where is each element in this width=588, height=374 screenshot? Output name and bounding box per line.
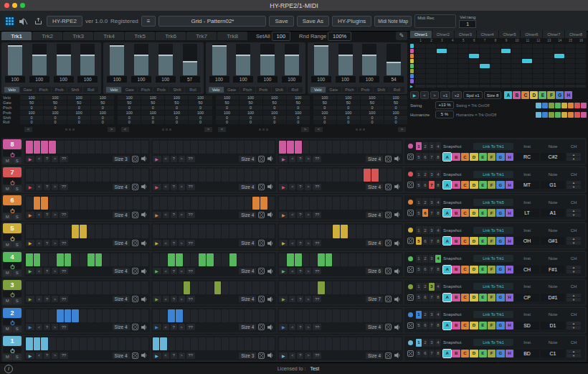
pattern-letter-a[interactable]: A xyxy=(504,91,512,99)
speaker-icon[interactable] xyxy=(267,240,275,246)
step-cell[interactable] xyxy=(87,281,95,294)
snapshot-letter-e[interactable]: E xyxy=(479,153,487,161)
step-cell[interactable] xyxy=(87,253,95,266)
step-cell[interactable] xyxy=(394,197,402,210)
param-tab-velo[interactable]: Velo xyxy=(4,87,19,93)
step-cell[interactable] xyxy=(110,169,118,182)
chain-cell[interactable] xyxy=(447,64,457,68)
swing-toggle-trk2[interactable] xyxy=(542,103,548,108)
chain-cell[interactable] xyxy=(426,74,436,78)
swing-toggle-trk1[interactable] xyxy=(536,103,541,108)
snapshot-letter-a[interactable]: A xyxy=(443,266,451,274)
lane-shift-right-button[interactable]: > xyxy=(52,268,58,274)
dice-icon[interactable] xyxy=(257,156,265,162)
speaker-icon[interactable] xyxy=(394,240,402,246)
step-cell[interactable] xyxy=(199,141,206,154)
page-left-button[interactable]: < xyxy=(315,127,323,132)
step-cell[interactable] xyxy=(49,141,56,154)
speaker-icon[interactable] xyxy=(141,324,148,330)
humanize-value[interactable]: 5 % xyxy=(435,111,454,118)
step-cell[interactable] xyxy=(268,197,275,210)
lane-random-button[interactable]: ? xyxy=(171,296,177,302)
lane-play-button[interactable]: ▶ xyxy=(279,296,288,302)
param-value-cell[interactable]: 50 xyxy=(263,100,286,105)
speaker-icon[interactable] xyxy=(267,212,275,218)
step-cell[interactable] xyxy=(191,225,198,238)
param-value-cell[interactable]: 0 xyxy=(361,120,384,124)
param-value-cell[interactable]: 100 xyxy=(361,111,384,115)
step-cell[interactable] xyxy=(287,169,294,182)
track-tab-trk7[interactable]: Trk7 xyxy=(186,32,217,40)
param-value-cell[interactable]: 0 xyxy=(361,106,384,110)
step-cell[interactable] xyxy=(318,253,325,266)
param-value-cell[interactable]: 100 xyxy=(20,111,43,115)
snapshot-letter-c[interactable]: C xyxy=(461,209,469,217)
lane-size-selector[interactable]: Size 4 xyxy=(239,212,256,218)
chain-cell[interactable] xyxy=(458,79,468,83)
step-cell[interactable] xyxy=(245,253,252,266)
dice-icon[interactable] xyxy=(257,296,265,302)
snapshot-letter-b[interactable]: B xyxy=(452,237,460,245)
close-button[interactable] xyxy=(4,3,9,8)
track-tab-trk5[interactable]: Trk5 xyxy=(125,32,155,40)
step-cell[interactable] xyxy=(371,169,379,182)
snapshot-letter-d[interactable]: D xyxy=(470,266,478,274)
step-cell[interactable] xyxy=(191,337,198,350)
lane-play-button[interactable]: ▶ xyxy=(26,296,34,302)
dice-icon[interactable] xyxy=(384,212,392,218)
step-cell[interactable] xyxy=(379,309,387,322)
step-cell[interactable] xyxy=(326,197,333,210)
lane-random-all-button[interactable]: ?? xyxy=(60,240,68,246)
pattern-slot-4[interactable]: 4 xyxy=(435,311,441,319)
dice-icon[interactable] xyxy=(257,184,265,190)
page-left-button[interactable]: < xyxy=(218,127,226,132)
lane-shift-right-button[interactable]: > xyxy=(52,184,58,190)
param-value-cell[interactable]: 0 xyxy=(313,116,336,120)
track-8-mute-button[interactable]: M xyxy=(3,157,12,164)
lane-random-button[interactable]: ? xyxy=(44,156,50,162)
snapshot-letter-c[interactable]: C xyxy=(461,181,469,189)
step-cell[interactable] xyxy=(237,337,245,350)
step-cell[interactable] xyxy=(394,281,402,294)
pattern-slot-1[interactable]: 1 xyxy=(416,226,422,234)
step-cell[interactable] xyxy=(260,197,267,210)
chain-cell[interactable] xyxy=(576,44,586,48)
step-cell[interactable] xyxy=(341,337,348,350)
param-value-cell[interactable]: 50 xyxy=(287,100,310,105)
snapshot-letter-h[interactable]: H xyxy=(506,322,513,329)
chain-position-cell[interactable] xyxy=(480,85,490,88)
step-cell[interactable] xyxy=(371,337,379,350)
lane-size-selector[interactable]: Size 4 xyxy=(113,352,130,359)
page-right-button[interactable]: > xyxy=(108,127,115,132)
velocity-fader[interactable] xyxy=(236,44,250,75)
step-cell[interactable] xyxy=(103,281,110,294)
pattern-slot-2[interactable]: 2 xyxy=(422,339,428,347)
dice-icon[interactable] xyxy=(407,350,414,357)
step-cell[interactable] xyxy=(65,197,72,210)
track-tab-trk6[interactable]: Trk6 xyxy=(156,32,186,40)
lane-shift-left-button[interactable]: < xyxy=(36,240,42,246)
speaker-icon[interactable] xyxy=(394,268,402,274)
param-value-cell[interactable]: 0 xyxy=(165,120,188,124)
chain-cell[interactable] xyxy=(490,79,501,83)
param-tab-pitch[interactable]: Pitch xyxy=(342,87,357,93)
chain-cell[interactable] xyxy=(469,64,479,68)
pattern-slot-3[interactable]: 3 xyxy=(429,226,435,234)
step-cell[interactable] xyxy=(364,169,371,182)
dice-icon[interactable] xyxy=(131,156,139,162)
step-cell[interactable] xyxy=(110,281,118,294)
snapshot-letter-h[interactable]: H xyxy=(506,153,513,161)
param-value-cell[interactable]: 100 xyxy=(384,111,407,115)
step-cell[interactable] xyxy=(153,253,160,266)
step-cell[interactable] xyxy=(252,141,260,154)
step-cell[interactable] xyxy=(199,225,206,238)
lane-shift-right-button[interactable]: > xyxy=(305,324,311,330)
lane-play-button[interactable]: ▶ xyxy=(153,296,161,302)
snapshot-letter-c[interactable]: C xyxy=(461,294,469,301)
step-cell[interactable] xyxy=(371,281,379,294)
chain-cell[interactable] xyxy=(576,74,586,78)
chainer-tab-3[interactable]: Chner3 xyxy=(455,31,476,38)
param-value-cell[interactable]: 0 xyxy=(240,106,262,110)
chain-cell[interactable] xyxy=(469,54,479,58)
param-value-cell[interactable]: 100 xyxy=(118,111,141,115)
